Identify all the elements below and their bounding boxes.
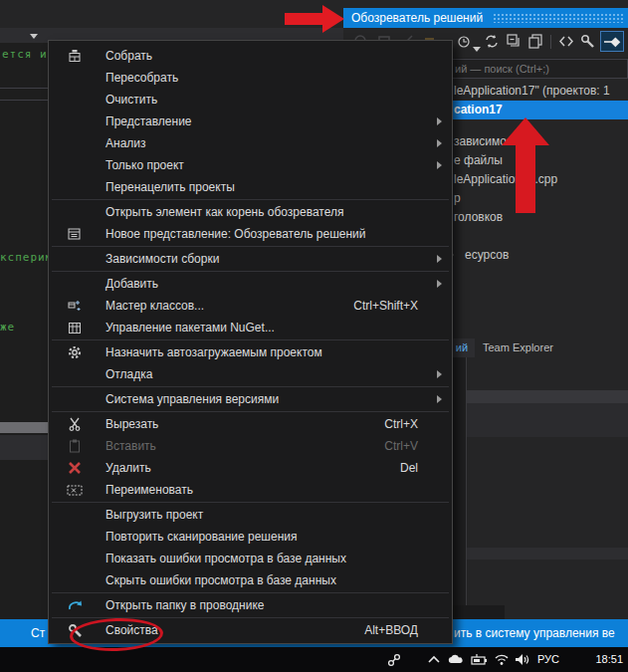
code-editor-sliver[interactable]: ется и ксперим же [0, 43, 48, 619]
menu-item-rename[interactable]: Переименовать [49, 479, 452, 501]
preview-pin-toggle[interactable] [600, 31, 624, 52]
open-folder-arrow-icon [49, 598, 101, 612]
filter-caret-icon[interactable] [473, 39, 481, 57]
rename-icon [49, 484, 101, 497]
status-left-text: Ст [31, 626, 45, 640]
collapse-all-icon[interactable] [507, 34, 522, 53]
build-icon [49, 49, 101, 63]
menu-item-manage-nuget[interactable]: Управление пакетами NuGet... [49, 317, 452, 338]
toolbar-separator [550, 35, 551, 49]
menu-item-scope-to-this[interactable]: Открыть элемент как корень обозревателя [49, 201, 452, 223]
submenu-arrow-icon [437, 161, 442, 169]
editor-divider [0, 88, 48, 89]
titlebar-drag-dots [493, 13, 625, 23]
menu-item-cut[interactable]: ВырезатьCtrl+X [49, 413, 452, 435]
class-wizard-icon [49, 299, 101, 313]
menu-item-view[interactable]: Представление [49, 111, 452, 132]
search-placeholder: ий — поиск (Ctrl+;) [455, 63, 549, 75]
solution-search-input[interactable]: ий — поиск (Ctrl+;) [448, 59, 628, 79]
submenu-arrow-icon [437, 117, 442, 125]
menu-item-analyze[interactable]: Анализ [49, 132, 452, 154]
menu-item-retarget-projects[interactable]: Перенацелить проекты [49, 176, 452, 198]
menu-item-set-startup-project[interactable]: Назначить автозагружаемым проектом [49, 341, 452, 363]
lower-panel-band [467, 403, 628, 437]
delete-x-icon [49, 461, 101, 475]
menu-item-clean[interactable]: Очистить [49, 89, 452, 111]
project-context-menu: Собрать Пересобрать Очистить Представлен… [48, 40, 453, 644]
menu-separator [52, 271, 449, 272]
tab-team-explorer[interactable]: Team Explorer [483, 338, 553, 357]
toolbar-dropdown-caret-icon[interactable] [30, 34, 38, 39]
menu-item-open-folder-in-explorer[interactable]: Открыть папку в проводнике [49, 594, 452, 616]
menu-item-rebuild[interactable]: Пересобрать [49, 67, 452, 89]
solution-explorer-titlebar[interactable]: Обозреватель решений [343, 8, 628, 28]
solution-explorer-title: Обозреватель решений [351, 11, 483, 25]
menu-item-unload-project[interactable]: Выгрузить проект [49, 504, 452, 526]
menu-item-source-control[interactable]: Система управления версиями [49, 388, 452, 410]
paste-clipboard-icon [49, 439, 101, 453]
submenu-arrow-icon [437, 255, 442, 263]
people-share-icon[interactable] [386, 647, 402, 672]
menu-item-rescan-solution[interactable]: Повторить сканирование решения [49, 526, 452, 548]
filter-clock-icon[interactable] [457, 34, 472, 53]
menu-separator [52, 199, 449, 200]
lower-panel-band [467, 390, 628, 403]
red-arrow-right-head [322, 5, 344, 33]
cut-scissors-icon [49, 417, 101, 431]
editor-divider [0, 100, 48, 101]
windows-taskbar: РУС 18:51 [0, 647, 628, 672]
menu-separator [52, 502, 449, 503]
submenu-arrow-icon [437, 139, 442, 147]
code-fragment: же [0, 321, 15, 334]
submenu-arrow-icon [437, 395, 442, 403]
code-fragment: ется и [2, 48, 48, 61]
red-arrow-right-annotation [285, 13, 322, 25]
menu-separator [52, 246, 449, 247]
menu-item-hide-browse-db-errors[interactable]: Скрыть ошибки просмотра в базе данных [49, 569, 452, 591]
properties-toolbar-icon[interactable] [580, 34, 596, 53]
lower-panel-band [467, 548, 628, 560]
battery-icon[interactable] [471, 647, 489, 672]
code-fragment: ксперим [0, 251, 48, 264]
red-arrow-up-head [502, 117, 549, 145]
menu-separator [52, 592, 449, 593]
menu-separator [52, 411, 449, 412]
menu-separator [52, 386, 449, 387]
new-view-icon [49, 227, 101, 241]
menu-item-project-only[interactable]: Только проект [49, 154, 452, 176]
submenu-arrow-icon [437, 280, 442, 288]
startup-gear-icon [49, 345, 101, 359]
editor-band [0, 435, 48, 460]
speaker-icon[interactable] [515, 647, 530, 672]
tray-chevron-up-icon[interactable] [427, 647, 441, 672]
menu-item-delete[interactable]: УдалитьDel [49, 457, 452, 479]
view-code-icon[interactable] [558, 34, 574, 53]
add-to-source-control-status[interactable]: ить в систему управления ве [454, 626, 615, 640]
wifi-icon[interactable] [494, 647, 510, 672]
show-all-files-icon[interactable] [528, 34, 543, 53]
menu-item-build-dependencies[interactable]: Зависимости сборки [49, 248, 452, 270]
clock[interactable]: 18:51 [575, 647, 623, 672]
menu-item-paste[interactable]: ВставитьCtrl+V [49, 435, 452, 457]
menu-item-class-wizard[interactable]: Мастер классов...Ctrl+Shift+X [49, 295, 452, 317]
menu-item-new-solution-explorer-view[interactable]: Новое представление: Обозреватель решени… [49, 223, 452, 245]
menu-item-add[interactable]: Добавить [49, 273, 452, 295]
onedrive-cloud-icon[interactable] [447, 647, 465, 672]
menu-item-debug[interactable]: Отладка [49, 363, 452, 385]
submenu-arrow-icon [437, 370, 442, 378]
language-indicator[interactable]: РУС [537, 647, 559, 672]
nuget-icon [49, 321, 101, 335]
sync-icon[interactable] [484, 34, 500, 53]
scrollbar-thumb[interactable] [0, 422, 48, 433]
red-arrow-up-annotation [516, 145, 535, 213]
vs-window: ется и ксперим же Обозреватель решений [0, 0, 628, 672]
menu-item-build[interactable]: Собрать [49, 45, 452, 67]
menu-separator [52, 339, 449, 340]
menu-item-show-browse-db-errors[interactable]: Показать ошибки просмотра в базе данных [49, 548, 452, 569]
